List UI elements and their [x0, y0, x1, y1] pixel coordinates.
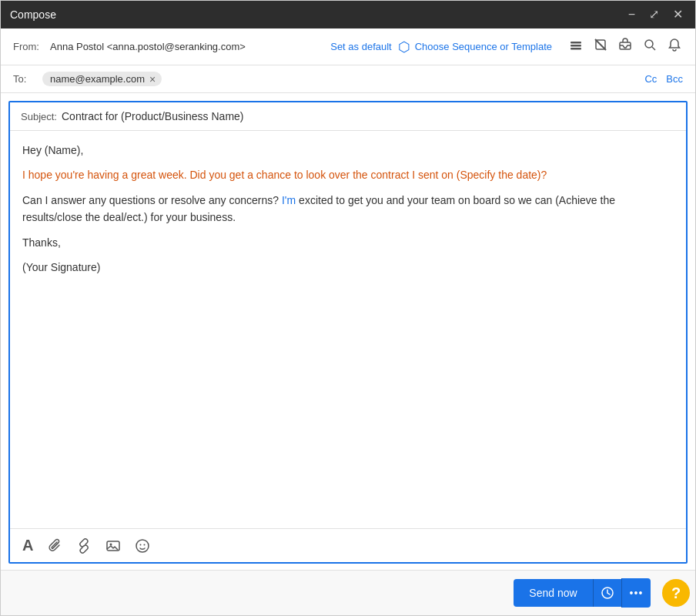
from-toolbar-icons: [567, 36, 683, 57]
body-area[interactable]: Hey (Name), I hope you're having a great…: [10, 131, 686, 528]
from-address: Anna Postol <anna.postol@seranking.com>: [50, 41, 318, 52]
cc-link[interactable]: Cc: [644, 73, 657, 85]
layers-icon-btn[interactable]: [567, 36, 584, 57]
choose-sequence-button[interactable]: ⬡ Choose Sequence or Template: [398, 38, 552, 55]
help-bubble[interactable]: ?: [662, 579, 690, 607]
layers-icon: ⬡: [398, 38, 410, 55]
body-orange-text: I hope you're having a great week. Did y…: [22, 169, 547, 181]
bell-icon-btn[interactable]: [666, 36, 683, 57]
compose-area: Subject: Hey (Name), I hope you're havin…: [8, 101, 688, 564]
format-toolbar: A: [10, 528, 686, 562]
compose-window: Compose − ⤢ ✕ From: Anna Postol <anna.po…: [0, 0, 696, 616]
send-clock-button[interactable]: [593, 579, 621, 607]
svg-point-12: [144, 544, 146, 545]
body-line3-prefix: Can I answer any questions or resolve an…: [22, 194, 282, 206]
search-icon-btn[interactable]: [641, 36, 658, 57]
bottom-bar: Send now ••• Can: [1, 570, 695, 615]
svg-rect-0: [571, 42, 581, 44]
svg-rect-1: [571, 45, 581, 47]
send-now-button[interactable]: Send now: [514, 579, 592, 607]
recipient-chip[interactable]: name@example.com ×: [42, 72, 162, 86]
title-bar: Compose − ⤢ ✕: [1, 1, 695, 28]
inbox-icon-btn[interactable]: [617, 36, 634, 57]
from-row: From: Anna Postol <anna.postol@seranking…: [1, 28, 695, 65]
body-thanks: Thanks,: [22, 234, 674, 251]
body-line2: I hope you're having a great week. Did y…: [22, 166, 674, 183]
bcc-link[interactable]: Bcc: [666, 73, 683, 85]
subject-label: Subject:: [21, 111, 57, 122]
body-blue-text: I'm: [282, 194, 296, 206]
subject-input[interactable]: [62, 110, 675, 122]
font-format-button[interactable]: A: [21, 535, 35, 556]
recipient-remove-button[interactable]: ×: [149, 74, 156, 85]
sequence-label: Choose Sequence or Template: [415, 41, 552, 52]
image-button[interactable]: [104, 537, 122, 555]
attach-button[interactable]: [45, 537, 64, 555]
set-as-default-link[interactable]: Set as default: [330, 41, 392, 52]
window-title: Compose: [10, 8, 56, 21]
close-button[interactable]: ✕: [670, 7, 686, 22]
cc-bcc-links: Cc Bcc: [644, 73, 683, 85]
from-label: From:: [13, 41, 44, 52]
link-button[interactable]: [75, 537, 93, 555]
to-row: To: name@example.com × Cc Bcc: [1, 65, 695, 93]
body-line3: Can I answer any questions or resolve an…: [22, 192, 674, 226]
svg-rect-2: [571, 48, 581, 50]
help-icon: ?: [671, 584, 681, 602]
minimize-button[interactable]: −: [625, 7, 638, 22]
body-greeting: Hey (Name),: [22, 142, 674, 159]
window-controls: − ⤢ ✕: [625, 7, 686, 22]
to-label: To:: [13, 73, 36, 85]
svg-point-10: [136, 540, 149, 552]
recipient-email: name@example.com: [50, 73, 145, 85]
no-image-icon-btn[interactable]: [592, 36, 609, 57]
svg-line-7: [652, 47, 655, 50]
expand-button[interactable]: ⤢: [646, 7, 662, 22]
svg-point-11: [140, 544, 142, 545]
emoji-button[interactable]: [133, 537, 152, 555]
body-signature: (Your Signature): [22, 259, 674, 276]
subject-row: Subject:: [10, 102, 686, 131]
svg-point-6: [645, 40, 653, 48]
send-more-button[interactable]: •••: [621, 578, 651, 608]
svg-point-9: [110, 543, 112, 545]
